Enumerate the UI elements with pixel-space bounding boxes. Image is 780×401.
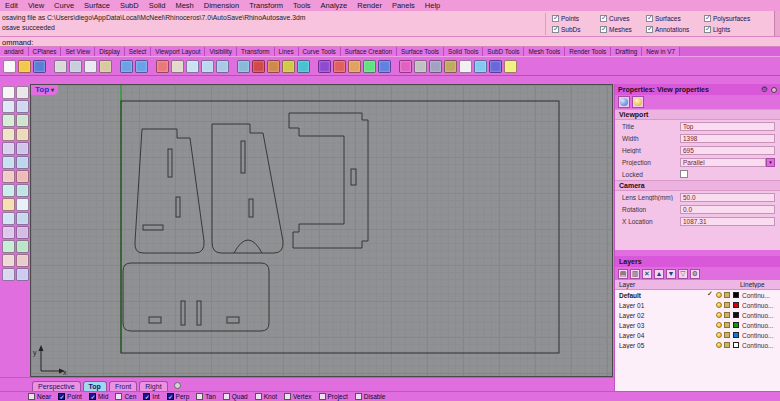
properties-panel-header[interactable]: Properties: View properties ⚙: [615, 84, 780, 95]
toolbar-tab[interactable]: Visibility: [205, 47, 237, 56]
menu-item[interactable]: SubD: [115, 1, 144, 10]
rectangle-tool-icon[interactable]: [2, 128, 15, 141]
layer-name[interactable]: Layer 01: [619, 302, 707, 309]
surface-tool-icon[interactable]: [2, 156, 15, 169]
line-tool-icon[interactable]: [16, 100, 29, 113]
point-tool-icon[interactable]: [16, 86, 29, 99]
layer-lock-icon[interactable]: [724, 322, 730, 328]
layer-color-swatch[interactable]: [733, 332, 739, 338]
layer-lock-icon[interactable]: [724, 342, 730, 348]
osnap-item[interactable]: Int: [143, 393, 159, 400]
height-input[interactable]: 695: [680, 146, 775, 155]
rotation-input[interactable]: 0.0: [680, 205, 775, 214]
join-icon[interactable]: [363, 60, 376, 73]
layer-color-swatch[interactable]: [733, 322, 739, 328]
osnap-item[interactable]: Tan: [196, 393, 215, 400]
layer-linetype[interactable]: Continuo...: [742, 312, 778, 319]
width-input[interactable]: 1398: [680, 134, 775, 143]
viewport-tab[interactable]: Right: [139, 381, 167, 391]
cylinder-tool-icon[interactable]: [2, 212, 15, 225]
cut-icon[interactable]: [69, 60, 82, 73]
layer-color-swatch[interactable]: [733, 292, 739, 298]
toolbar-tab[interactable]: New in V7: [642, 47, 680, 56]
selection-filter-item[interactable]: SubDs: [552, 26, 600, 33]
move-down-icon[interactable]: ▼: [666, 269, 676, 279]
polygon-tool-icon[interactable]: [16, 128, 29, 141]
pan-view-icon[interactable]: [171, 60, 184, 73]
layers-panel-header[interactable]: Layers: [615, 256, 780, 267]
rotate-tool-icon[interactable]: [2, 268, 15, 281]
circle-tool-icon[interactable]: [2, 114, 15, 127]
toolbar-tab[interactable]: Drafting: [611, 47, 642, 56]
layer-row[interactable]: Layer 03 Continuo...: [615, 320, 780, 330]
revolve-tool-icon[interactable]: [2, 184, 15, 197]
object-properties-icon[interactable]: [474, 60, 487, 73]
layer-visibility-bulb-icon[interactable]: [716, 332, 722, 338]
filter-icon[interactable]: ▽: [678, 269, 688, 279]
command-history-area[interactable]: osaving file as C:\Users\diego\AppData\L…: [0, 11, 780, 37]
layer-linetype[interactable]: Continuo...: [742, 342, 778, 349]
osnap-item[interactable]: Disable: [355, 393, 386, 400]
osnap-item[interactable]: Project: [319, 393, 348, 400]
layer-row[interactable]: Layer 05 Continuo...: [615, 340, 780, 350]
menu-item[interactable]: Dimension: [199, 1, 244, 10]
toolbar-tab[interactable]: SubD Tools: [483, 47, 524, 56]
box-tool-icon[interactable]: [2, 198, 15, 211]
group-icon[interactable]: [414, 60, 427, 73]
toolbar-tab[interactable]: Render Tools: [565, 47, 611, 56]
shaded-view-icon[interactable]: [237, 60, 250, 73]
menu-item[interactable]: Analyze: [316, 1, 353, 10]
command-scrollbar[interactable]: [774, 11, 780, 37]
viewport-top[interactable]: Top: [30, 84, 613, 377]
toolbar-tab[interactable]: Lines: [275, 47, 299, 56]
layer-dialog-icon[interactable]: [459, 60, 472, 73]
cone-tool-icon[interactable]: [16, 212, 29, 225]
layer-name[interactable]: Layer 02: [619, 312, 707, 319]
selection-filter-item[interactable]: Polysurfaces: [704, 15, 770, 22]
hide-object-icon[interactable]: [429, 60, 442, 73]
sphere-tool-icon[interactable]: [16, 198, 29, 211]
viewport-tab[interactable]: Front: [109, 381, 137, 391]
new-sublayer-icon[interactable]: ▥: [630, 269, 640, 279]
selection-filter-item[interactable]: Surfaces: [646, 15, 704, 22]
toolbar-tab[interactable]: Curve Tools: [299, 47, 341, 56]
menu-item[interactable]: Edit: [0, 1, 23, 10]
plane-tool-icon[interactable]: [16, 156, 29, 169]
toolbar-tab[interactable]: Display: [95, 47, 125, 56]
selection-filter-item[interactable]: Lights: [704, 26, 770, 33]
menu-item[interactable]: Solid: [144, 1, 171, 10]
scale-icon[interactable]: [282, 60, 295, 73]
offset-icon[interactable]: [399, 60, 412, 73]
viewport-tab[interactable]: Top: [83, 381, 107, 391]
toolbar-tab[interactable]: Surface Tools: [397, 47, 444, 56]
undo-icon[interactable]: [120, 60, 133, 73]
selection-filter-item[interactable]: Curves: [600, 15, 646, 22]
layer-name[interactable]: Layer 03: [619, 322, 707, 329]
mirror-icon[interactable]: [297, 60, 310, 73]
copy-tool-icon[interactable]: [16, 254, 29, 267]
rotate-view-icon[interactable]: [216, 60, 229, 73]
properties-tab-light-icon[interactable]: [632, 96, 644, 108]
toolbar-tab[interactable]: Set View: [61, 47, 95, 56]
toolbar-tab[interactable]: Transform: [237, 47, 274, 56]
mirror-tool-icon[interactable]: [16, 268, 29, 281]
pin-icon[interactable]: [771, 87, 777, 93]
osnap-item[interactable]: Perp: [167, 393, 190, 400]
move-icon[interactable]: [252, 60, 265, 73]
osnap-item[interactable]: Mid: [89, 393, 108, 400]
new-layer-icon[interactable]: ▤: [618, 269, 628, 279]
menu-item[interactable]: Tools: [288, 1, 316, 10]
loft-tool-icon[interactable]: [16, 170, 29, 183]
chevron-down-icon[interactable]: [766, 158, 775, 167]
zoom-extents-icon[interactable]: [201, 60, 214, 73]
open-file-icon[interactable]: [18, 60, 31, 73]
move-tool-icon[interactable]: [2, 254, 15, 267]
osnap-item[interactable]: Near: [28, 393, 51, 400]
chamfer-edge-icon[interactable]: [16, 240, 29, 253]
arc-tool-icon[interactable]: [16, 114, 29, 127]
selection-filter-item[interactable]: Points: [552, 15, 600, 22]
layer-linetype[interactable]: Continuo...: [742, 322, 778, 329]
save-file-icon[interactable]: [33, 60, 46, 73]
toolbar-tab[interactable]: CPlanes: [29, 47, 62, 56]
toolbar-tab[interactable]: Solid Tools: [444, 47, 483, 56]
